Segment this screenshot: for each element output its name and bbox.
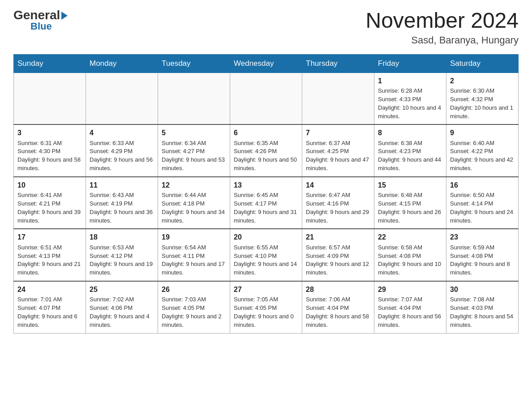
calendar-cell: 29Sunrise: 7:07 AM Sunset: 4:04 PM Dayli… bbox=[374, 281, 446, 333]
day-number: 30 bbox=[450, 284, 515, 295]
day-number: 21 bbox=[306, 232, 370, 242]
day-info: Sunrise: 6:48 AM Sunset: 4:15 PM Dayligh… bbox=[378, 191, 442, 225]
day-number: 29 bbox=[378, 284, 442, 295]
day-number: 17 bbox=[17, 232, 82, 242]
day-number: 20 bbox=[234, 232, 298, 242]
day-info: Sunrise: 6:35 AM Sunset: 4:26 PM Dayligh… bbox=[234, 139, 298, 173]
day-number: 7 bbox=[306, 128, 370, 138]
header-thursday: Thursday bbox=[302, 54, 374, 73]
calendar-cell bbox=[302, 73, 374, 124]
day-number: 11 bbox=[90, 180, 154, 190]
day-info: Sunrise: 6:51 AM Sunset: 4:13 PM Dayligh… bbox=[17, 244, 82, 277]
day-info: Sunrise: 6:59 AM Sunset: 4:08 PM Dayligh… bbox=[450, 244, 515, 277]
day-number: 18 bbox=[90, 232, 154, 242]
day-info: Sunrise: 7:07 AM Sunset: 4:04 PM Dayligh… bbox=[378, 295, 442, 329]
calendar-cell: 13Sunrise: 6:45 AM Sunset: 4:17 PM Dayli… bbox=[230, 177, 302, 229]
day-number: 14 bbox=[306, 180, 370, 190]
calendar-cell: 5Sunrise: 6:34 AM Sunset: 4:27 PM Daylig… bbox=[158, 124, 230, 177]
calendar-cell: 12Sunrise: 6:44 AM Sunset: 4:18 PM Dayli… bbox=[158, 177, 230, 229]
day-info: Sunrise: 6:53 AM Sunset: 4:12 PM Dayligh… bbox=[90, 244, 154, 277]
day-info: Sunrise: 6:41 AM Sunset: 4:21 PM Dayligh… bbox=[17, 191, 82, 225]
calendar-table: Sunday Monday Tuesday Wednesday Thursday… bbox=[13, 54, 519, 334]
calendar-cell: 3Sunrise: 6:31 AM Sunset: 4:30 PM Daylig… bbox=[14, 124, 86, 177]
day-info: Sunrise: 6:37 AM Sunset: 4:25 PM Dayligh… bbox=[306, 139, 370, 173]
day-info: Sunrise: 6:58 AM Sunset: 4:08 PM Dayligh… bbox=[378, 244, 442, 277]
calendar-cell: 23Sunrise: 6:59 AM Sunset: 4:08 PM Dayli… bbox=[446, 229, 519, 281]
calendar-cell: 18Sunrise: 6:53 AM Sunset: 4:12 PM Dayli… bbox=[86, 229, 158, 281]
calendar-cell: 27Sunrise: 7:05 AM Sunset: 4:05 PM Dayli… bbox=[230, 281, 302, 333]
location-title: Sasd, Baranya, Hungary bbox=[365, 34, 519, 46]
day-number: 5 bbox=[162, 128, 226, 138]
header-monday: Monday bbox=[86, 54, 158, 73]
day-number: 9 bbox=[450, 128, 515, 138]
day-info: Sunrise: 6:31 AM Sunset: 4:30 PM Dayligh… bbox=[17, 139, 82, 173]
calendar-cell: 4Sunrise: 6:33 AM Sunset: 4:29 PM Daylig… bbox=[86, 124, 158, 177]
month-title: November 2024 bbox=[365, 9, 519, 33]
header: General Blue November 2024 Sasd, Baranya… bbox=[13, 9, 519, 46]
day-number: 25 bbox=[90, 284, 154, 295]
day-info: Sunrise: 6:30 AM Sunset: 4:32 PM Dayligh… bbox=[450, 87, 515, 120]
day-info: Sunrise: 6:57 AM Sunset: 4:09 PM Dayligh… bbox=[306, 244, 370, 277]
day-number: 24 bbox=[17, 284, 82, 295]
day-info: Sunrise: 6:47 AM Sunset: 4:16 PM Dayligh… bbox=[306, 191, 370, 225]
day-info: Sunrise: 7:01 AM Sunset: 4:07 PM Dayligh… bbox=[17, 295, 82, 329]
calendar-cell: 28Sunrise: 7:06 AM Sunset: 4:04 PM Dayli… bbox=[302, 281, 374, 333]
calendar-cell bbox=[14, 73, 86, 124]
day-info: Sunrise: 6:38 AM Sunset: 4:23 PM Dayligh… bbox=[378, 139, 442, 173]
calendar-cell: 6Sunrise: 6:35 AM Sunset: 4:26 PM Daylig… bbox=[230, 124, 302, 177]
day-info: Sunrise: 6:28 AM Sunset: 4:33 PM Dayligh… bbox=[378, 87, 442, 120]
day-info: Sunrise: 6:34 AM Sunset: 4:27 PM Dayligh… bbox=[162, 139, 226, 173]
calendar-cell: 25Sunrise: 7:02 AM Sunset: 4:06 PM Dayli… bbox=[86, 281, 158, 333]
day-number: 3 bbox=[17, 128, 82, 138]
calendar-week-row-4: 17Sunrise: 6:51 AM Sunset: 4:13 PM Dayli… bbox=[14, 229, 519, 281]
day-number: 13 bbox=[234, 180, 298, 190]
header-friday: Friday bbox=[374, 54, 446, 73]
day-number: 27 bbox=[234, 284, 298, 295]
calendar-week-row-5: 24Sunrise: 7:01 AM Sunset: 4:07 PM Dayli… bbox=[14, 281, 519, 333]
calendar-cell bbox=[86, 73, 158, 124]
calendar-cell: 26Sunrise: 7:03 AM Sunset: 4:05 PM Dayli… bbox=[158, 281, 230, 333]
day-info: Sunrise: 6:50 AM Sunset: 4:14 PM Dayligh… bbox=[450, 191, 515, 225]
day-number: 16 bbox=[450, 180, 515, 190]
weekday-header-row: Sunday Monday Tuesday Wednesday Thursday… bbox=[14, 54, 519, 73]
day-info: Sunrise: 6:44 AM Sunset: 4:18 PM Dayligh… bbox=[162, 191, 226, 225]
calendar-cell: 16Sunrise: 6:50 AM Sunset: 4:14 PM Dayli… bbox=[446, 177, 519, 229]
day-info: Sunrise: 6:40 AM Sunset: 4:22 PM Dayligh… bbox=[450, 139, 515, 173]
day-number: 12 bbox=[162, 180, 226, 190]
header-wednesday: Wednesday bbox=[230, 54, 302, 73]
calendar-cell: 22Sunrise: 6:58 AM Sunset: 4:08 PM Dayli… bbox=[374, 229, 446, 281]
logo-general-text: General bbox=[13, 9, 68, 21]
calendar-cell: 8Sunrise: 6:38 AM Sunset: 4:23 PM Daylig… bbox=[374, 124, 446, 177]
calendar-cell: 11Sunrise: 6:43 AM Sunset: 4:19 PM Dayli… bbox=[86, 177, 158, 229]
day-number: 26 bbox=[162, 284, 226, 295]
day-number: 6 bbox=[234, 128, 298, 138]
title-area: November 2024 Sasd, Baranya, Hungary bbox=[365, 9, 519, 46]
day-info: Sunrise: 7:02 AM Sunset: 4:06 PM Dayligh… bbox=[90, 295, 154, 329]
calendar-week-row-2: 3Sunrise: 6:31 AM Sunset: 4:30 PM Daylig… bbox=[14, 124, 519, 177]
calendar-cell: 19Sunrise: 6:54 AM Sunset: 4:11 PM Dayli… bbox=[158, 229, 230, 281]
calendar-cell: 21Sunrise: 6:57 AM Sunset: 4:09 PM Dayli… bbox=[302, 229, 374, 281]
day-number: 23 bbox=[450, 232, 515, 242]
day-info: Sunrise: 6:55 AM Sunset: 4:10 PM Dayligh… bbox=[234, 244, 298, 277]
logo: General Blue bbox=[13, 9, 68, 32]
header-sunday: Sunday bbox=[14, 54, 86, 73]
day-info: Sunrise: 6:54 AM Sunset: 4:11 PM Dayligh… bbox=[162, 244, 226, 277]
day-number: 19 bbox=[162, 232, 226, 242]
day-number: 8 bbox=[378, 128, 442, 138]
header-tuesday: Tuesday bbox=[158, 54, 230, 73]
calendar-cell: 15Sunrise: 6:48 AM Sunset: 4:15 PM Dayli… bbox=[374, 177, 446, 229]
header-saturday: Saturday bbox=[446, 54, 519, 73]
calendar-cell: 14Sunrise: 6:47 AM Sunset: 4:16 PM Dayli… bbox=[302, 177, 374, 229]
day-number: 10 bbox=[17, 180, 82, 190]
calendar-cell: 24Sunrise: 7:01 AM Sunset: 4:07 PM Dayli… bbox=[14, 281, 86, 333]
day-info: Sunrise: 7:06 AM Sunset: 4:04 PM Dayligh… bbox=[306, 295, 370, 329]
day-number: 4 bbox=[90, 128, 154, 138]
day-info: Sunrise: 6:43 AM Sunset: 4:19 PM Dayligh… bbox=[90, 191, 154, 225]
day-info: Sunrise: 7:03 AM Sunset: 4:05 PM Dayligh… bbox=[162, 295, 226, 329]
day-info: Sunrise: 7:08 AM Sunset: 4:03 PM Dayligh… bbox=[450, 295, 515, 329]
calendar-cell bbox=[230, 73, 302, 124]
calendar-cell: 7Sunrise: 6:37 AM Sunset: 4:25 PM Daylig… bbox=[302, 124, 374, 177]
day-info: Sunrise: 7:05 AM Sunset: 4:05 PM Dayligh… bbox=[234, 295, 298, 329]
day-number: 15 bbox=[378, 180, 442, 190]
calendar-cell: 10Sunrise: 6:41 AM Sunset: 4:21 PM Dayli… bbox=[14, 177, 86, 229]
